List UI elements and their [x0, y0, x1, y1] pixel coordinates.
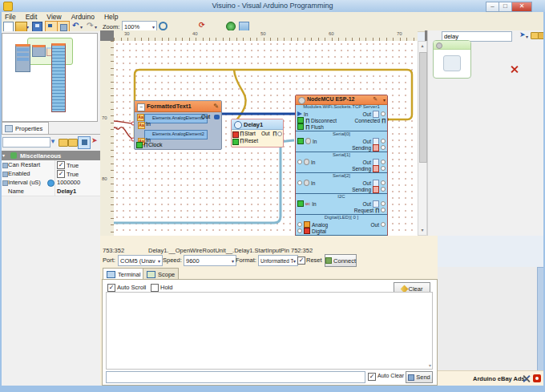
pin-row[interactable]: In Out: [296, 111, 387, 117]
output-scroll-icon[interactable]: ▾: [429, 362, 431, 368]
pin-panel-icon[interactable]: ➤: [91, 136, 98, 144]
menu-arduino[interactable]: Arduino: [71, 13, 95, 21]
connect-button[interactable]: Connect: [325, 254, 357, 267]
auto-clear-checkbox[interactable]: ✓: [368, 373, 376, 381]
minimize-button[interactable]: –: [486, 2, 499, 12]
pin-label[interactable]: Request: [354, 208, 373, 213]
out-connector[interactable]: [277, 131, 282, 136]
edit-icon[interactable]: ✎: [373, 96, 377, 103]
out-pin-label[interactable]: Out: [261, 131, 269, 136]
pin-label[interactable]: In: [313, 139, 317, 144]
cut-ads-icon[interactable]: [523, 375, 530, 382]
scroll-up-icon[interactable]: ▴: [418, 42, 426, 51]
pin-label[interactable]: Sending: [352, 166, 371, 172]
element2-box[interactable]: Elements.AnalogElement2: [144, 130, 208, 139]
undo-icon[interactable]: ↶: [72, 21, 79, 30]
refresh-icon[interactable]: ⟳: [199, 21, 205, 29]
component-card-delay[interactable]: [433, 40, 471, 79]
menu-file[interactable]: File: [5, 13, 16, 21]
vscroll-thumb[interactable]: [419, 52, 427, 163]
properties-tab[interactable]: Properties: [2, 122, 49, 135]
pin-label[interactable]: Out: [363, 201, 371, 207]
send-input[interactable]: [106, 371, 365, 383]
pin-row[interactable]: Request∏: [296, 207, 387, 213]
design-canvas[interactable]: − FormattedText1 ✎ Aa Elements.AnalogEle…: [114, 41, 418, 236]
reset-pin-label[interactable]: Reset: [244, 138, 258, 143]
pin-label[interactable]: Out: [363, 160, 371, 165]
clear-search-icon[interactable]: [511, 66, 518, 73]
pointer-dropdown-icon[interactable]: ▾: [526, 34, 528, 39]
pin-label[interactable]: In: [311, 180, 315, 186]
pin-label[interactable]: Sending: [352, 145, 371, 151]
block-nodemcu[interactable]: NodeMCU ESP-12 ✎ ▾ Modules.WiFi.Sockets.…: [295, 95, 388, 236]
port-select[interactable]: COM5 (Unav▾: [118, 255, 163, 266]
in1-pin-label[interactable]: In: [146, 121, 151, 127]
format-select[interactable]: Unformatted Text▾: [258, 255, 298, 266]
menu-edit[interactable]: Edit: [26, 13, 38, 21]
properties-filter-input[interactable]: [2, 137, 50, 148]
overview-minimap[interactable]: [2, 33, 98, 122]
connector[interactable]: [381, 145, 386, 150]
connector[interactable]: [381, 187, 386, 192]
pin-label[interactable]: Digital: [312, 228, 326, 234]
connector[interactable]: [297, 222, 302, 227]
redo-dropdown-icon[interactable]: ▾: [95, 24, 97, 30]
wire-to-serial0-in[interactable]: [114, 140, 294, 223]
connector[interactable]: [381, 222, 386, 227]
reset-pin-icon[interactable]: [232, 139, 239, 145]
undo-dropdown-icon[interactable]: ▾: [80, 24, 83, 30]
pin-row[interactable]: Analog Out: [296, 221, 387, 228]
pointer-icon[interactable]: ➤: [519, 30, 526, 38]
block-delay1[interactable]: Delay1 ∏ Start Out ∏ ∏ Reset: [231, 119, 284, 148]
maximize-button[interactable]: □: [499, 2, 512, 12]
pin-row[interactable]: ∏Disconnect Connected∏: [296, 117, 387, 123]
pin-label[interactable]: Connected: [355, 118, 380, 123]
open-dropdown-icon[interactable]: ▾: [26, 24, 29, 30]
property-value[interactable]: Delay1: [57, 188, 76, 195]
pin-row[interactable]: ∏Flush: [296, 123, 387, 130]
pin-label[interactable]: In: [304, 111, 308, 117]
checkbox-checked-icon[interactable]: ✓: [57, 161, 65, 169]
connector[interactable]: [381, 160, 386, 164]
edit-icon[interactable]: ✎: [213, 103, 219, 110]
wire-analog1[interactable]: [114, 121, 133, 123]
connector[interactable]: [381, 166, 386, 171]
pin-label[interactable]: Out: [363, 111, 371, 117]
redo-icon[interactable]: ↷: [87, 21, 93, 30]
collapse-icon[interactable]: −: [137, 103, 145, 111]
pin-row[interactable]: Sending: [296, 165, 387, 172]
clock-pin-label[interactable]: Clock: [148, 142, 163, 148]
pin-label[interactable]: Out: [371, 222, 379, 228]
block-header[interactable]: − FormattedText1 ✎: [135, 101, 221, 112]
property-value[interactable]: 1000000: [57, 179, 80, 186]
property-row-name[interactable]: Name Delay1: [0, 187, 100, 196]
properties-category-row[interactable]: ▾ Miscellaneous: [0, 151, 100, 160]
menu-view[interactable]: View: [46, 13, 61, 21]
send-button[interactable]: Send: [406, 371, 433, 383]
connector[interactable]: [381, 208, 386, 212]
pin-row[interactable]: Sending: [296, 144, 387, 151]
block-header[interactable]: Delay1: [232, 119, 283, 130]
pin-row[interactable]: Digital: [296, 228, 387, 234]
pin-label[interactable]: Disconnect: [311, 118, 337, 123]
start-pin-label[interactable]: Start: [244, 131, 256, 136]
close-button[interactable]: ✕: [511, 2, 532, 12]
menu-help[interactable]: Help: [104, 13, 118, 21]
checkbox-checked-icon[interactable]: ✓: [57, 170, 65, 178]
pin-label[interactable]: Out: [363, 180, 371, 186]
hold-checkbox[interactable]: [151, 284, 159, 292]
pin-row[interactable]: I2CIn Out: [296, 200, 387, 207]
connector[interactable]: [297, 180, 302, 185]
block-formattedtext1[interactable]: − FormattedText1 ✎ Aa Elements.AnalogEle…: [134, 100, 222, 150]
collapse-all-icon[interactable]: [68, 139, 78, 147]
pin-label[interactable]: Flush: [311, 124, 324, 130]
property-value[interactable]: True: [67, 171, 79, 178]
connector[interactable]: [381, 180, 386, 185]
pin-label[interactable]: Out: [363, 139, 371, 144]
auto-scroll-checkbox[interactable]: ✓: [107, 284, 115, 292]
out-pin-label[interactable]: Out: [201, 114, 210, 119]
connector[interactable]: [381, 139, 386, 143]
pin-label[interactable]: Analog: [312, 222, 328, 228]
canvas-vscrollbar[interactable]: ▴ ▾: [418, 41, 427, 236]
speed-select[interactable]: 9600▾: [184, 255, 236, 266]
